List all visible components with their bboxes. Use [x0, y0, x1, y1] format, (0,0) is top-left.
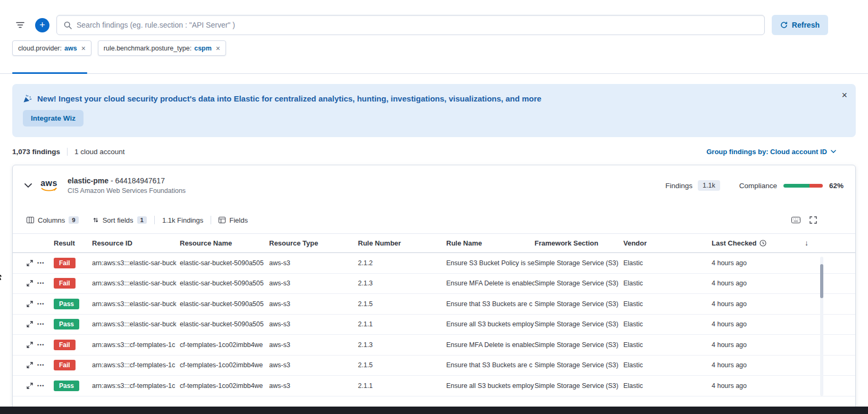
account-accordion-header: aws elastic-pme - 644184947617 CIS Amazo… [13, 165, 855, 206]
benchmark-name: CIS Amazon Web Services Foundations [68, 187, 186, 195]
filter-pill-posture-type[interactable]: rule.benchmark.posture_type: cspm × [98, 40, 226, 56]
findings-count-label: 1.1k Findings [162, 216, 203, 224]
row-actions-icon[interactable]: ••• [37, 362, 45, 368]
cell-resource-id: arn:aws:s3:::cf-templates-1c [92, 361, 180, 369]
table-header-row: Result Resource ID Resource Name Resourc… [13, 233, 855, 253]
cell-rule-number: 2.1.1 [358, 382, 446, 390]
header-resource-id[interactable]: Resource ID [92, 239, 180, 247]
expand-finding-icon[interactable] [27, 280, 33, 286]
cell-rule-number: 2.1.5 [358, 300, 446, 308]
expand-finding-icon[interactable] [27, 362, 33, 368]
filter-button[interactable] [12, 17, 28, 33]
row-actions-icon[interactable]: ••• [37, 301, 45, 307]
cell-resource-type: aws-s3 [269, 320, 358, 328]
row-actions-icon[interactable]: ••• [37, 342, 45, 348]
grid-toolbar: Columns 9 Sort fields 1 1.1k Findings Fi… [27, 212, 841, 228]
cell-resource-id: arn:aws:s3:::elastic-sar-buck [92, 259, 180, 267]
divider [67, 148, 68, 156]
cell-rule-name: Ensure MFA Delete is enabled [446, 341, 535, 349]
header-resource-type[interactable]: Resource Type [269, 239, 358, 247]
row-actions-icon[interactable]: ••• [37, 260, 45, 266]
header-framework-section[interactable]: Framework Section [535, 239, 623, 247]
compliance-label: Compliance [739, 182, 777, 190]
keyboard-shortcuts-icon[interactable] [791, 217, 800, 223]
cell-resource-name: elastic-sar-bucket-5090a505 [180, 280, 269, 287]
filter-pill-cloud-provider[interactable]: cloud.provider: aws × [12, 40, 91, 56]
cell-rule-name: Ensure MFA Delete is enabled [446, 280, 535, 287]
row-actions-icon[interactable]: ••• [37, 322, 45, 327]
cell-framework-section: Simple Storage Service (S3) [535, 259, 623, 267]
columns-button[interactable]: Columns 9 [27, 216, 79, 224]
row-actions-icon[interactable]: ••• [37, 281, 45, 286]
account-metrics: Findings 1.1k Compliance 62% [665, 180, 844, 191]
remove-filter-icon[interactable]: × [216, 45, 220, 52]
filter-icon [16, 22, 24, 28]
cell-framework-section: Simple Storage Service (S3) [535, 280, 623, 287]
findings-total: 1,073 findings [12, 148, 60, 156]
cloud-security-findings-page: + Refresh cloud.provider: aws [0, 0, 868, 414]
header-vendor[interactable]: Vendor [623, 239, 712, 247]
table-body: ••• Fail arn:aws:s3:::elastic-sar-buck e… [13, 253, 855, 396]
aws-smile-icon [41, 188, 57, 192]
cell-vendor: Elastic [623, 259, 712, 267]
fields-button[interactable]: Fields [219, 216, 248, 224]
cell-framework-section: Simple Storage Service (S3) [535, 382, 623, 390]
add-filter-button[interactable]: + [35, 18, 49, 32]
account-id: - 644184947617 [111, 176, 165, 185]
fullscreen-icon[interactable] [809, 216, 817, 224]
result-badge: Pass [54, 319, 79, 329]
cell-result: Fail [54, 278, 92, 289]
header-rule-number[interactable]: Rule Number [358, 239, 446, 247]
cheer-icon [23, 95, 32, 103]
cell-rule-name: Ensure that S3 Buckets are c [446, 300, 535, 308]
fields-label: Fields [229, 216, 248, 224]
cell-last-checked: 4 hours ago [712, 300, 802, 308]
cell-rule-number: 2.1.3 [358, 341, 446, 349]
expand-finding-icon[interactable] [27, 321, 33, 327]
compliance-bar-green [783, 184, 809, 188]
group-by-selector[interactable]: Group findings by: Cloud account ID [706, 148, 836, 156]
cell-resource-type: aws-s3 [269, 259, 358, 267]
integrate-wiz-button[interactable]: Integrate Wiz [23, 110, 84, 126]
summary-bar: 1,073 findings 1 cloud account Group fin… [12, 147, 836, 156]
search-input[interactable] [77, 21, 757, 29]
row-controls: ••• [27, 301, 54, 307]
collapse-accordion-icon[interactable] [24, 183, 32, 188]
account-name: elastic-pme [68, 176, 108, 185]
header-result[interactable]: Result [54, 239, 92, 247]
mouse-cursor [0, 271, 4, 282]
pill-field-label: rule.benchmark.posture_type: [104, 45, 191, 52]
refresh-button[interactable]: Refresh [772, 15, 828, 35]
expand-finding-icon[interactable] [27, 383, 33, 389]
header-resource-name[interactable]: Resource Name [180, 239, 269, 247]
result-badge: Fail [54, 258, 76, 268]
header-rule-name[interactable]: Rule Name [446, 239, 535, 247]
row-controls: ••• [27, 383, 54, 389]
tabs-divider [0, 73, 868, 74]
close-banner-icon[interactable]: × [841, 90, 847, 100]
expand-finding-icon[interactable] [27, 260, 33, 266]
columns-icon [27, 217, 34, 223]
cell-framework-section: Simple Storage Service (S3) [535, 341, 623, 349]
table-row: ••• Fail arn:aws:s3:::cf-templates-1c cf… [13, 356, 855, 376]
columns-count-badge: 9 [69, 216, 78, 224]
banner-message: New! Ingest your cloud security product'… [37, 94, 541, 103]
row-actions-icon[interactable]: ••• [37, 383, 45, 388]
expand-finding-icon[interactable] [27, 301, 33, 307]
cell-result: Fail [54, 258, 92, 268]
table-scrollbar[interactable] [820, 264, 823, 298]
clock-icon [760, 240, 766, 247]
search-box [56, 15, 765, 35]
columns-label: Columns [38, 216, 65, 224]
result-badge: Fail [54, 278, 76, 289]
remove-filter-icon[interactable]: × [81, 45, 86, 52]
findings-count-badge: 1.1k [698, 180, 720, 191]
row-controls: ••• [27, 342, 54, 348]
account-titles: elastic-pme - 644184947617 CIS Amazon We… [68, 176, 186, 195]
refresh-label: Refresh [792, 21, 820, 29]
sort-fields-button[interactable]: Sort fields 1 [93, 216, 147, 224]
sort-direction-icon[interactable]: ↓ [805, 239, 808, 247]
compliance-percentage: 62% [829, 182, 844, 190]
expand-finding-icon[interactable] [27, 342, 33, 348]
header-last-checked[interactable]: Last Checked [712, 239, 802, 247]
